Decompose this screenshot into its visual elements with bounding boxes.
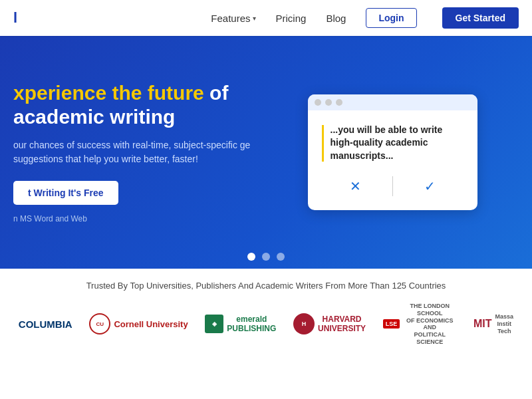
hero-card: ...you will be able to write high-qualit… xyxy=(308,94,477,211)
titlebar-dot-3 xyxy=(336,99,342,106)
cornell-icon: CU xyxy=(89,313,110,334)
nav-blog[interactable]: Blog xyxy=(326,13,346,24)
logo-mit: MIT MassaInstitTech xyxy=(473,313,513,334)
pricing-label: Pricing xyxy=(276,13,307,24)
hero-card-container: ...you will be able to write high-qualit… xyxy=(306,94,492,211)
logo-harvard: H HARVARDUNIVERSITY xyxy=(293,313,366,334)
hero-section: xperience the future ofacademic writing … xyxy=(0,36,532,269)
lse-icon: LSE xyxy=(383,319,400,329)
quote-bar xyxy=(322,125,324,162)
dot-2[interactable] xyxy=(262,253,270,261)
harvard-text: HARVARDUNIVERSITY xyxy=(318,315,366,333)
nav-links: Features ▾ Pricing Blog Login Get Starte… xyxy=(211,7,519,29)
hero-title-yellow: xperience the future xyxy=(13,82,204,104)
navbar: l Features ▾ Pricing Blog Login Get Star… xyxy=(0,0,532,36)
reject-button[interactable]: ✕ xyxy=(319,173,392,200)
trust-section: Trusted By Top Universities, Publishers … xyxy=(0,269,532,355)
blog-label: Blog xyxy=(326,13,346,24)
mit-icon: MIT xyxy=(473,318,492,330)
titlebar-dot-2 xyxy=(325,99,332,106)
mit-text: MassaInstitTech xyxy=(495,313,514,334)
logo-emerald: ◈ emeraldPUBLISHING xyxy=(205,315,276,333)
nav-pricing[interactable]: Pricing xyxy=(276,13,307,24)
hero-subtitle: our chances of success with real-time, s… xyxy=(13,138,286,166)
carousel-dots xyxy=(0,253,532,261)
emerald-text: emeraldPUBLISHING xyxy=(227,315,276,333)
card-quote: ...you will be able to write high-qualit… xyxy=(331,124,464,163)
dot-3[interactable] xyxy=(277,253,285,261)
card-actions: ✕ ✓ xyxy=(319,173,467,200)
platform-text: n MS Word and Web xyxy=(13,214,286,223)
nav-features[interactable]: Features ▾ xyxy=(211,13,255,24)
emerald-icon: ◈ xyxy=(205,315,223,333)
cta-button[interactable]: t Writing It's Free xyxy=(13,181,118,205)
columbia-text: COLUMBIA xyxy=(19,319,72,330)
titlebar-dot-1 xyxy=(315,99,321,106)
lse-text: THE LONDON SCHOOLOF ECONOMICS ANDPOLITIC… xyxy=(403,303,456,346)
features-label: Features xyxy=(211,13,250,24)
login-button[interactable]: Login xyxy=(366,8,416,28)
harvard-icon: H xyxy=(293,313,315,334)
card-body: ...you will be able to write high-qualit… xyxy=(308,110,477,211)
logo-lse: LSE THE LONDON SCHOOLOF ECONOMICS ANDPOL… xyxy=(383,303,457,346)
logo-columbia: COLUMBIA xyxy=(19,319,72,330)
card-titlebar xyxy=(308,94,477,110)
accept-button[interactable]: ✓ xyxy=(393,173,467,200)
dot-1[interactable] xyxy=(247,253,255,261)
hero-content: xperience the future ofacademic writing … xyxy=(0,61,306,243)
cornell-text: Cornell University xyxy=(114,319,188,329)
hero-title: xperience the future ofacademic writing xyxy=(13,81,286,129)
trust-title: Trusted By Top Universities, Publishers … xyxy=(13,281,519,291)
trust-logos: COLUMBIA CU Cornell University ◈ emerald… xyxy=(13,303,519,346)
logo-cornell: CU Cornell University xyxy=(89,313,188,334)
signup-button[interactable]: Get Started xyxy=(442,7,519,29)
chevron-down-icon: ▾ xyxy=(253,15,256,22)
logo[interactable]: l xyxy=(13,9,17,27)
